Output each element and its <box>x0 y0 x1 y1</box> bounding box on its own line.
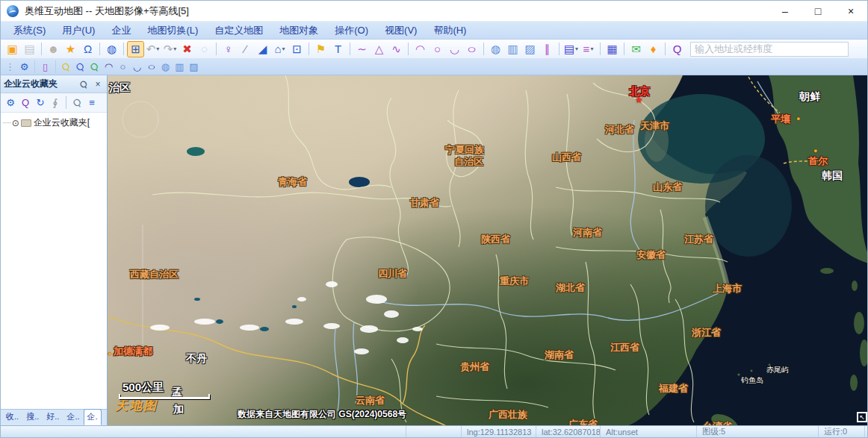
panel-autohide-pin-icon[interactable]: Ϙ <box>75 78 92 90</box>
label-jia: 加 <box>173 403 184 415</box>
ruler-icon[interactable]: ∕ <box>237 41 254 57</box>
area-select-icon[interactable]: ⊞ <box>127 41 144 57</box>
open-arc-icon[interactable]: ◡ <box>446 41 463 57</box>
flag-pin-icon[interactable]: ⚑ <box>312 41 329 57</box>
arc2-icon[interactable]: ◠ <box>102 60 116 74</box>
text-label-icon[interactable]: T <box>329 41 347 57</box>
close-button[interactable]: × <box>834 1 867 22</box>
ellipse-icon[interactable]: ○ <box>463 41 480 57</box>
main-area: 企业云收藏夹 Ϙ × ⚙Q↻∮Ϙ≡ ····· ⊙ 企业云收藏夹[ 收..搜..… <box>1 75 867 425</box>
save-icon[interactable]: ▤ <box>21 41 38 57</box>
chat-icon[interactable]: ✉ <box>627 41 645 57</box>
polygon-tool-icon[interactable]: ⌂▾ <box>271 41 288 57</box>
dropdown-caret-icon[interactable]: ▾ <box>156 46 159 52</box>
dropdown-caret-icon[interactable]: ▾ <box>590 46 593 52</box>
dropdown-caret-icon[interactable]: ▾ <box>282 46 285 52</box>
qinghai-lake <box>349 177 370 187</box>
address-search-input[interactable] <box>690 42 849 57</box>
elevation-icon[interactable]: ◢ <box>254 41 271 57</box>
pushpin-blue-icon[interactable]: Ϙ <box>73 60 87 74</box>
fill-circle2-icon[interactable]: ◍ <box>158 60 173 74</box>
tab-enterprise-cloud[interactable]: 企. <box>84 409 102 425</box>
open-arc2-icon[interactable]: ◡ <box>130 60 144 74</box>
panel-title: 企业云收藏夹 <box>4 78 75 90</box>
lasso-select-icon[interactable]: ◌ <box>196 41 213 57</box>
menu-enterprise[interactable]: 企业 <box>103 22 139 40</box>
search-icon[interactable]: Q <box>669 41 686 57</box>
tab-friends[interactable]: 好.. <box>43 409 63 425</box>
delete-icon[interactable]: ✖ <box>179 41 196 57</box>
visibility-eye-icon[interactable]: ⊙ <box>12 118 19 128</box>
favorites-star-icon[interactable]: ★ <box>62 41 79 57</box>
pushpin-green-icon[interactable]: Ϙ <box>87 60 102 74</box>
maximize-button[interactable]: □ <box>802 1 834 22</box>
polyline-icon[interactable]: ∼ <box>353 41 371 57</box>
track-route-icon[interactable]: Ω <box>79 41 96 57</box>
menu-system[interactable]: 系统(S) <box>5 22 54 40</box>
label-hunan: 湖南省 <box>545 350 574 361</box>
undo-icon[interactable]: ↶▾ <box>144 41 161 57</box>
label-yunnan: 云南省 <box>356 395 385 407</box>
fill-polygon2-icon[interactable]: ▨ <box>187 60 201 74</box>
camera-icon[interactable]: ⊡ <box>288 41 306 57</box>
minimize-button[interactable]: – <box>769 1 802 22</box>
data-table-icon[interactable]: ▦ <box>604 41 621 57</box>
fill-polygon-icon[interactable]: ▨ <box>521 41 539 57</box>
users-icon[interactable]: ☻ <box>45 41 62 57</box>
curve-icon[interactable]: ∿ <box>388 41 405 57</box>
label-guangxi: 广西壮族 <box>489 410 527 421</box>
panel-attach-icon[interactable]: ∮ <box>48 96 63 110</box>
settings-gear-icon[interactable]: ⚙ <box>17 60 31 74</box>
grip-icon[interactable]: ⋮ <box>3 60 17 74</box>
tab-enterprise[interactable]: 企.. <box>63 409 83 425</box>
tree-guide: ····· <box>2 119 11 127</box>
panel-search-icon[interactable]: Q <box>18 96 33 110</box>
main-toolbar: ▣▤☻★Ω◍⊞↶▾↷▾✖◌♀∕◢⌂▾⊡⚑T∼△∿◠○◡○◍▥▨∥▤▾≡▾▦✉♦Q <box>1 40 867 59</box>
fill-circle-icon[interactable]: ◍ <box>487 41 504 57</box>
separator <box>123 43 124 55</box>
redo-icon[interactable]: ↷▾ <box>161 41 179 57</box>
status-lat: lat:32.62087018 <box>536 426 601 437</box>
tree-root-item[interactable]: ····· ⊙ 企业云收藏夹[ <box>2 116 105 129</box>
panel-tree: ····· ⊙ 企业云收藏夹[ <box>1 113 107 409</box>
map-attribution: 数据来自天地图有限公司 GS(2024)0568号 <box>238 410 406 420</box>
label-chongqing: 重庆市 <box>500 276 529 287</box>
dropdown-caret-icon[interactable]: ▾ <box>575 46 578 52</box>
panel-pin-icon[interactable]: Ϙ <box>69 96 84 110</box>
triangle-icon[interactable]: △ <box>371 41 388 57</box>
menu-user[interactable]: 用户(U) <box>54 22 103 40</box>
menu-operation[interactable]: 操作(O) <box>326 22 376 40</box>
fill-rect2-icon[interactable]: ▥ <box>173 60 187 74</box>
circle-icon[interactable]: ○ <box>429 41 446 57</box>
side-panel-icon[interactable]: ▤▾ <box>562 41 580 57</box>
menu-map-switch[interactable]: 地图切换(L) <box>139 22 206 40</box>
menu-help[interactable]: 帮助(H) <box>425 22 474 40</box>
panel-refresh-icon[interactable]: ↻ <box>33 96 48 110</box>
arc-icon[interactable]: ◠ <box>412 41 429 57</box>
map-viewport[interactable]: 治区北京★朝鲜平壤●首尔●韩国河北省天津市宁夏回族自治区山西省山东省青海省甘肃省… <box>108 75 867 425</box>
tab-favorites[interactable]: 收.. <box>2 409 22 425</box>
menu-custom-map[interactable]: 自定义地图 <box>206 22 271 40</box>
dropdown-caret-icon[interactable]: ▾ <box>173 46 176 52</box>
pushpin-yellow-icon[interactable]: Ϙ <box>59 60 73 74</box>
label-seoul: 首尔 <box>808 156 828 167</box>
window-controls: – □ × <box>769 1 867 22</box>
corridor-icon[interactable]: ∥ <box>539 41 556 57</box>
panel-gear-icon[interactable]: ⚙ <box>3 96 18 110</box>
label-gansu: 甘肃省 <box>410 198 439 209</box>
panel-list-icon[interactable]: ≡ <box>84 96 99 110</box>
fill-rect-icon[interactable]: ▥ <box>504 41 521 57</box>
label-hebei: 河北省 <box>605 125 634 136</box>
new-doc-icon[interactable]: ▯ <box>38 60 52 74</box>
menu-view[interactable]: 视图(V) <box>376 22 425 40</box>
tab-search[interactable]: 搜.. <box>22 409 43 425</box>
globe-3d-icon[interactable]: ◍ <box>103 41 120 57</box>
object-list-icon[interactable]: ≡▾ <box>580 41 597 57</box>
circle2-icon[interactable]: ○ <box>116 60 130 74</box>
placemark-icon[interactable]: ♀ <box>220 41 237 57</box>
ellipse2-icon[interactable]: ○ <box>144 60 158 74</box>
menu-map-objects[interactable]: 地图对象 <box>271 22 326 40</box>
vip-icon[interactable]: ♦ <box>645 41 662 57</box>
panel-close-icon[interactable]: × <box>92 78 104 90</box>
open-folder-icon[interactable]: ▣ <box>4 41 21 57</box>
